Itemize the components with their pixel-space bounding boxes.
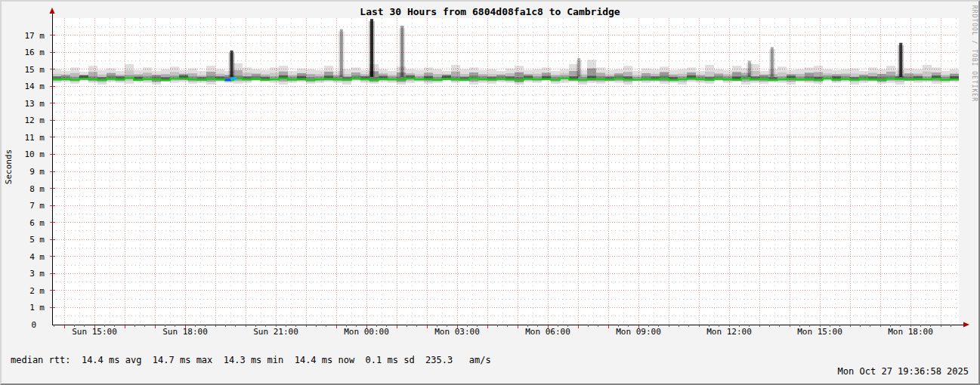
latency-spike bbox=[400, 26, 403, 77]
loss-mark bbox=[225, 79, 231, 81]
y-axis-label: 12 m bbox=[25, 116, 45, 125]
latency-chart: 01 m2 m3 m4 m5 m6 m7 m8 m9 m10 m11 m12 m… bbox=[2, 2, 978, 337]
y-axis-label: 17 m bbox=[25, 31, 45, 41]
rrdtool-watermark: RRDTOOL / TOBI OETIKER bbox=[971, 5, 978, 102]
y-axis-label: 0 bbox=[31, 320, 36, 330]
latency-spike bbox=[340, 29, 343, 77]
y-axis-label: 14 m bbox=[25, 82, 45, 91]
y-axis-label: 13 m bbox=[25, 99, 45, 109]
x-axis-label: Mon 09:00 bbox=[616, 327, 661, 337]
median-rtt-stats: median rtt: 14.4 ms avg 14.7 ms max 14.3… bbox=[11, 356, 491, 366]
y-axis-label: 7 m bbox=[29, 201, 45, 211]
latency-spike bbox=[748, 60, 751, 76]
loss-mark bbox=[230, 78, 236, 80]
y-axis-label: 15 m bbox=[25, 65, 45, 75]
y-axis-label: 6 m bbox=[29, 218, 45, 228]
y-axis-label: 4 m bbox=[29, 252, 45, 262]
y-axis-label: 3 m bbox=[29, 269, 45, 279]
x-axis-label: Mon 18:00 bbox=[888, 327, 933, 337]
y-axis-title: Seconds bbox=[4, 15, 14, 319]
legend: median rtt: 14.4 ms avg 14.7 ms max 14.3… bbox=[11, 334, 491, 385]
latency-spike bbox=[230, 51, 233, 77]
generated-timestamp: Mon Oct 27 19:36:58 2025 bbox=[838, 366, 969, 377]
chart-title: Last 30 Hours from 6804d08fa1c8 to Cambr… bbox=[2, 6, 978, 17]
latency-spike bbox=[370, 19, 373, 77]
x-axis-arrow bbox=[963, 322, 969, 328]
y-axis-label: 11 m bbox=[25, 133, 45, 143]
latency-spike bbox=[577, 58, 580, 77]
y-axis-label: 10 m bbox=[25, 149, 45, 159]
y-axis-label: 2 m bbox=[29, 286, 45, 296]
smokeping-graph: 01 m2 m3 m4 m5 m6 m7 m8 m9 m10 m11 m12 m… bbox=[0, 0, 980, 385]
y-axis-label: 1 m bbox=[29, 303, 45, 313]
median-line bbox=[52, 78, 959, 80]
y-axis-label: 16 m bbox=[25, 48, 45, 57]
y-axis-label: 5 m bbox=[29, 235, 45, 245]
y-axis-label: 9 m bbox=[29, 167, 45, 177]
x-axis-label: Mon 06:00 bbox=[525, 327, 570, 337]
x-axis-label: Mon 12:00 bbox=[706, 327, 752, 337]
latency-spike bbox=[771, 47, 774, 76]
y-axis-label: 8 m bbox=[29, 184, 45, 194]
latency-spike bbox=[899, 43, 902, 77]
x-axis-label: Mon 15:00 bbox=[797, 327, 842, 337]
